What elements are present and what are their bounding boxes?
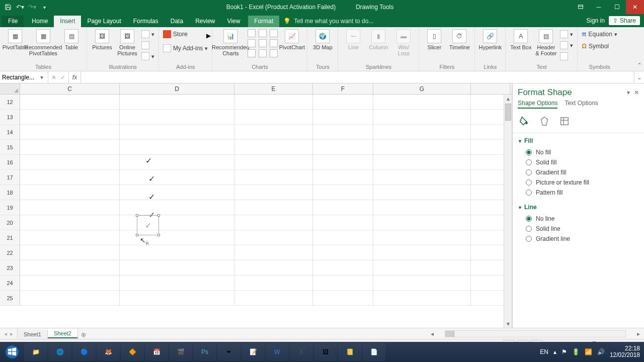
taskbar-photos-icon[interactable]: 🖼 xyxy=(314,343,337,361)
cell[interactable] xyxy=(313,125,373,140)
cell[interactable] xyxy=(20,215,120,230)
gradient-line-radio[interactable]: Gradient line xyxy=(519,234,638,244)
resize-handle[interactable] xyxy=(157,214,160,217)
shape-checkmark[interactable]: ✓ xyxy=(147,174,156,183)
name-box-dropdown-icon[interactable]: ▾ xyxy=(40,74,43,81)
column-header[interactable]: G xyxy=(373,83,471,94)
worksheet-grid[interactable]: CDEFG 1213141516171819202122232425 ✓ ✓ ✓… xyxy=(0,83,512,328)
taskbar-notepad-icon[interactable]: 📝 xyxy=(242,343,265,361)
sparkline-column-button[interactable]: ▮Column xyxy=(367,29,389,50)
cell[interactable] xyxy=(234,125,313,140)
tray-volume-icon[interactable]: 🔊 xyxy=(597,348,605,355)
cell[interactable] xyxy=(20,110,120,125)
cell[interactable] xyxy=(373,200,471,215)
header-footer-button[interactable]: ▤Header & Footer xyxy=(535,29,557,56)
online-pictures-button[interactable]: 🖼Online Pictures xyxy=(116,29,138,56)
tab-file[interactable]: File xyxy=(2,16,24,27)
tray-battery-icon[interactable]: 🔋 xyxy=(572,348,580,355)
taskbar-ie-icon[interactable]: 🌐 xyxy=(48,343,71,361)
row-header[interactable]: 21 xyxy=(0,230,20,245)
expand-formula-bar-icon[interactable]: ⌄ xyxy=(634,71,644,83)
solid-line-radio[interactable]: Solid line xyxy=(519,224,638,234)
line-section-toggle[interactable]: ▾Line xyxy=(519,204,638,211)
taskbar-chrome-icon[interactable]: 🔵 xyxy=(72,343,96,361)
cell[interactable] xyxy=(313,245,373,260)
cell[interactable] xyxy=(313,215,373,230)
bing-maps-icon[interactable]: ▶ xyxy=(206,32,211,39)
sign-in-link[interactable]: Sign in xyxy=(586,17,605,24)
cell[interactable] xyxy=(234,170,313,185)
cell[interactable] xyxy=(20,260,120,276)
recommended-charts-button[interactable]: 📊Recommended Charts xyxy=(216,29,245,56)
cell[interactable] xyxy=(373,140,471,155)
cell[interactable] xyxy=(120,185,234,200)
pane-close-icon[interactable]: ✕ xyxy=(634,89,639,96)
shape-checkmark[interactable]: ✓ xyxy=(147,192,156,201)
horizontal-scrollbar[interactable] xyxy=(445,330,626,337)
row-header[interactable]: 18 xyxy=(0,185,20,200)
fx-label[interactable]: fx xyxy=(69,71,81,83)
hyperlink-button[interactable]: 🔗Hyperlink xyxy=(479,29,501,50)
cell[interactable] xyxy=(373,110,471,125)
taskbar-app-icon[interactable]: 🔶 xyxy=(121,343,144,361)
cell[interactable] xyxy=(313,95,373,110)
resize-handle[interactable] xyxy=(157,234,160,236)
formula-input[interactable] xyxy=(81,71,634,83)
sheet-nav-prev-icon[interactable]: ◂ xyxy=(4,330,7,337)
solid-fill-radio[interactable]: Solid fill xyxy=(519,157,638,167)
column-header[interactable]: E xyxy=(234,83,313,94)
tab-insert[interactable]: Insert xyxy=(54,16,81,27)
pie-chart-icon[interactable] xyxy=(248,49,256,57)
cell[interactable] xyxy=(313,230,373,245)
cell[interactable] xyxy=(313,185,373,200)
row-header[interactable]: 13 xyxy=(0,110,20,125)
fill-section-toggle[interactable]: ▾Fill xyxy=(519,137,638,144)
cell[interactable] xyxy=(20,230,120,245)
tab-review[interactable]: Review xyxy=(189,16,221,27)
cell[interactable] xyxy=(313,110,373,125)
scroll-up-icon[interactable]: ▴ xyxy=(504,95,512,103)
row-header[interactable]: 15 xyxy=(0,140,20,155)
cell[interactable] xyxy=(373,260,471,276)
equation-button[interactable]: π Equation ▾ xyxy=(582,29,617,39)
cell[interactable] xyxy=(20,95,120,110)
taskbar-excel-icon[interactable]: X xyxy=(290,343,313,361)
row-header[interactable]: 14 xyxy=(0,125,20,140)
sheet-nav-next-icon[interactable]: ▸ xyxy=(10,330,13,337)
cell[interactable] xyxy=(313,140,373,155)
tab-view[interactable]: View xyxy=(221,16,247,27)
cell[interactable] xyxy=(373,215,471,230)
cell[interactable] xyxy=(20,140,120,155)
cell[interactable] xyxy=(20,185,120,200)
cell[interactable] xyxy=(120,276,234,291)
combo-chart-icon[interactable] xyxy=(270,39,278,47)
share-button[interactable]: ⇪ Share xyxy=(609,16,640,25)
cell[interactable] xyxy=(373,291,471,306)
column-header[interactable] xyxy=(471,83,510,94)
column-header[interactable]: F xyxy=(313,83,373,94)
ribbon-display-options-icon[interactable] xyxy=(572,0,590,14)
scroll-down-icon[interactable]: ▾ xyxy=(504,320,512,328)
cell[interactable] xyxy=(234,291,313,306)
pattern-fill-radio[interactable]: Pattern fill xyxy=(519,188,638,198)
start-button[interactable] xyxy=(0,342,24,362)
tell-me-search[interactable]: 💡 Tell me what you want to do... xyxy=(279,18,377,27)
sparkline-winloss-button[interactable]: ▬Win/ Loss xyxy=(392,29,415,56)
sheet-tab-sheet2[interactable]: Sheet2 xyxy=(48,329,78,338)
surface-chart-icon[interactable] xyxy=(270,49,278,57)
symbol-button[interactable]: Ω Symbol xyxy=(582,41,617,51)
row-header[interactable]: 24 xyxy=(0,276,20,291)
new-sheet-button[interactable]: ⊕ xyxy=(78,331,89,338)
cell[interactable] xyxy=(120,140,234,155)
cell[interactable] xyxy=(20,155,120,170)
cell[interactable] xyxy=(120,245,234,260)
cell[interactable] xyxy=(313,155,373,170)
textbox-button[interactable]: AText Box xyxy=(510,29,532,50)
cell[interactable] xyxy=(234,260,313,276)
cell[interactable] xyxy=(20,125,120,140)
recommended-pivottables-button[interactable]: ▦Recommended PivotTables xyxy=(29,29,57,56)
cell[interactable] xyxy=(313,276,373,291)
gradient-fill-radio[interactable]: Gradient fill xyxy=(519,167,638,177)
qat-customize-icon[interactable]: ▾ xyxy=(40,3,48,11)
tray-language[interactable]: EN xyxy=(540,348,548,355)
